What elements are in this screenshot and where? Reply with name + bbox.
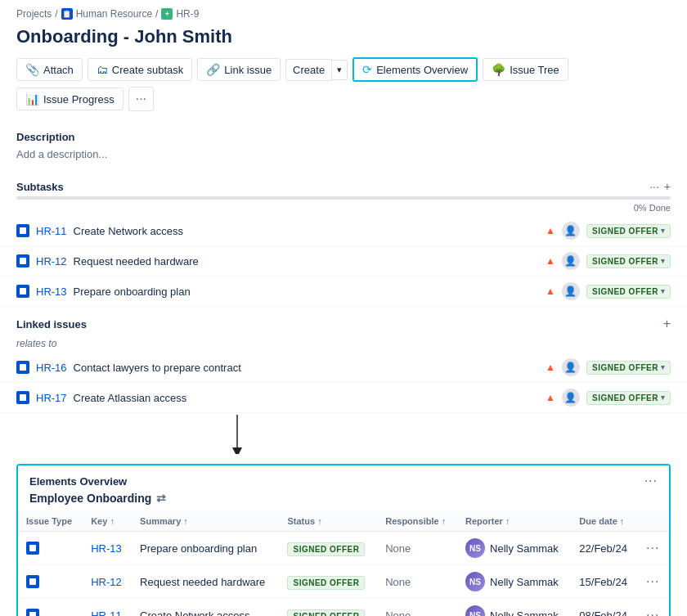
svg-rect-6 xyxy=(29,578,36,585)
subtasks-title: Subtasks xyxy=(16,181,64,193)
reporter-avatar: NS xyxy=(465,538,485,558)
reporter-name: Nelly Sammak xyxy=(490,576,559,588)
status-text: SIGNED OFFER xyxy=(592,363,658,372)
row-more-button[interactable]: ··· xyxy=(646,541,659,555)
row-status: SIGNED OFFER xyxy=(279,599,377,617)
table-row: HR-12 Request needed hardware SIGNED OFF… xyxy=(18,565,669,599)
row-reporter: NS Nelly Sammak xyxy=(457,599,571,617)
svg-rect-2 xyxy=(20,288,26,295)
elements-panel-title: Elements Overview xyxy=(29,475,127,488)
row-actions: ··· xyxy=(638,565,669,599)
status-badge: SIGNED OFFER ▾ xyxy=(586,224,671,238)
reporter-cell: NS Nelly Sammak xyxy=(465,605,563,616)
breadcrumb-human-resource[interactable]: Human Resource xyxy=(76,8,152,20)
issue-right: ▲ 👤 SIGNED OFFER ▾ xyxy=(546,282,671,300)
priority-icon: ▲ xyxy=(546,362,555,373)
linked-issues-header: Linked issues + xyxy=(0,307,687,336)
row-key-link[interactable]: HR-12 xyxy=(91,576,122,588)
status-dropdown-arrow[interactable]: ▾ xyxy=(661,363,665,371)
issue-key[interactable]: HR-16 xyxy=(36,362,67,374)
issue-progress-button[interactable]: 📊 Issue Progress xyxy=(16,88,123,110)
ticket-icon: + xyxy=(161,8,173,20)
linked-issues-add-button[interactable]: + xyxy=(663,317,671,331)
table-row: HR-16 Contact lawyers to prepare contrac… xyxy=(0,353,687,383)
row-reporter: NS Nelly Sammak xyxy=(457,565,571,599)
issue-tree-button[interactable]: 🌳 Issue Tree xyxy=(483,58,568,81)
refresh-icon[interactable]: ⇄ xyxy=(156,492,166,505)
elements-table-header: Issue Type Key ↑ Summary ↑ Status ↑ Resp… xyxy=(18,511,669,532)
status-text: SIGNED OFFER xyxy=(592,227,658,236)
issue-summary: Prepare onboarding plan xyxy=(74,286,540,298)
row-issue-type xyxy=(18,532,83,565)
row-actions: ··· xyxy=(638,532,669,565)
elements-table: Issue Type Key ↑ Summary ↑ Status ↑ Resp… xyxy=(18,511,669,616)
row-more-button[interactable]: ··· xyxy=(646,574,659,588)
status-badge: SIGNED OFFER ▾ xyxy=(586,285,671,299)
attach-button[interactable]: 📎 Attach xyxy=(16,58,83,81)
svg-rect-5 xyxy=(29,545,36,551)
subtasks-more-button[interactable]: ··· xyxy=(649,180,659,193)
breadcrumb-sep1: / xyxy=(55,8,57,20)
subtasks-list: HR-11 Create Network access ▲ 👤 SIGNED O… xyxy=(0,216,687,307)
page-title: Onboarding - John Smith xyxy=(0,23,687,57)
issue-key[interactable]: HR-12 xyxy=(36,255,67,268)
status-dropdown-arrow[interactable]: ▾ xyxy=(661,257,665,265)
reporter-avatar: NS xyxy=(465,572,485,591)
issue-key[interactable]: HR-17 xyxy=(36,392,67,404)
breadcrumb-projects[interactable]: Projects xyxy=(16,8,52,20)
progress-percentage: 0% Done xyxy=(0,201,687,216)
priority-icon: ▲ xyxy=(546,255,555,267)
status-dropdown-arrow[interactable]: ▾ xyxy=(661,287,665,295)
human-resource-icon: 📋 xyxy=(61,8,73,20)
breadcrumb-ticket[interactable]: HR-9 xyxy=(176,8,199,20)
subtasks-add-button[interactable]: + xyxy=(664,180,671,193)
status-text: SIGNED OFFER xyxy=(592,257,658,266)
row-status-badge: SIGNED OFFER xyxy=(287,576,365,590)
issue-summary: Create Atlassian access xyxy=(74,392,540,404)
status-text: SIGNED OFFER xyxy=(592,393,658,402)
issue-key[interactable]: HR-11 xyxy=(36,225,67,237)
row-key-link[interactable]: HR-11 xyxy=(91,609,122,617)
row-key: HR-11 xyxy=(83,599,132,617)
arrow-annotation xyxy=(16,413,671,454)
issue-right: ▲ 👤 SIGNED OFFER ▾ xyxy=(546,358,671,376)
issue-key[interactable]: HR-13 xyxy=(36,286,67,298)
issue-summary: Create Network access xyxy=(74,225,540,237)
row-issue-icon xyxy=(26,609,39,616)
status-badge: SIGNED OFFER ▾ xyxy=(586,361,671,375)
row-key: HR-13 xyxy=(83,532,132,565)
create-button[interactable]: Create xyxy=(285,59,332,81)
col-actions xyxy=(638,511,669,532)
row-summary: Prepare onboarding plan xyxy=(132,532,279,565)
status-badge: SIGNED OFFER ▾ xyxy=(586,254,671,268)
row-summary: Create Network access xyxy=(132,599,279,617)
row-issue-icon xyxy=(26,575,39,588)
elements-panel-more-button[interactable]: ··· xyxy=(644,474,658,488)
row-issue-type xyxy=(18,599,83,617)
col-responsible: Responsible ↑ xyxy=(377,511,457,532)
description-section: Description Add a description... xyxy=(0,121,687,170)
table-row: HR-12 Request needed hardware ▲ 👤 SIGNED… xyxy=(0,246,687,277)
status-dropdown-arrow[interactable]: ▾ xyxy=(661,227,665,235)
toolbar: 📎 Attach 🗂 Create subtask 🔗 Link issue C… xyxy=(0,57,687,121)
status-dropdown-arrow[interactable]: ▾ xyxy=(661,393,665,402)
add-description[interactable]: Add a description... xyxy=(16,148,671,160)
issue-progress-icon: 📊 xyxy=(25,92,39,106)
elements-overview-panel: Elements Overview ··· Employee Onboardin… xyxy=(16,464,671,616)
subtask-icon: 🗂 xyxy=(97,63,108,76)
link-issue-button[interactable]: 🔗 Link issue xyxy=(197,58,281,81)
col-key: Key ↑ xyxy=(83,511,132,532)
issue-type-icon xyxy=(16,285,29,298)
description-title: Description xyxy=(16,131,671,143)
create-dropdown-arrow[interactable]: ▾ xyxy=(332,60,348,80)
row-more-button[interactable]: ··· xyxy=(646,608,659,616)
create-subtask-button[interactable]: 🗂 Create subtask xyxy=(88,58,192,81)
elements-overview-button[interactable]: ⟳ Elements Overview xyxy=(352,57,478,82)
row-status-badge: SIGNED OFFER xyxy=(287,609,365,617)
row-responsible: None xyxy=(377,565,457,599)
row-due-date: 08/Feb/24 xyxy=(571,599,638,617)
assignee-avatar: 👤 xyxy=(562,282,580,300)
more-options-button[interactable]: ··· xyxy=(128,87,154,111)
attach-icon: 📎 xyxy=(25,63,39,76)
row-key-link[interactable]: HR-13 xyxy=(91,542,122,555)
